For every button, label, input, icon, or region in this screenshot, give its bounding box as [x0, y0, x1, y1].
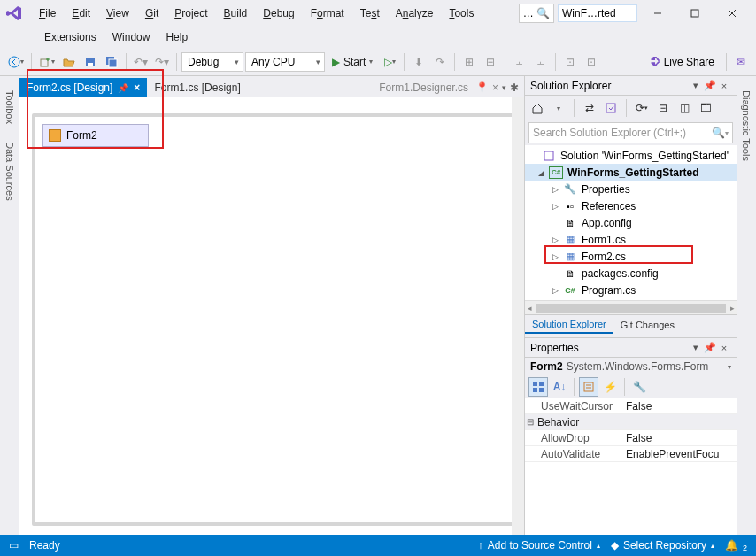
platform-combo[interactable]: Any CPU▾	[245, 52, 325, 72]
prop-categorized-icon[interactable]	[528, 377, 548, 397]
panel-pin-icon[interactable]: 📌	[703, 341, 717, 355]
save-all-button[interactable]	[102, 52, 121, 72]
menu-debug[interactable]: Debug	[256, 4, 301, 23]
menu-window[interactable]: Window	[105, 27, 158, 47]
prop-alpha-icon[interactable]: A↓	[550, 377, 569, 397]
status-window-icon[interactable]: ▭	[9, 539, 19, 552]
config-combo[interactable]: Debug▾	[181, 52, 243, 72]
tree-program[interactable]: ▷C#Program.cs	[525, 282, 737, 298]
panel-close-icon[interactable]: ×	[717, 341, 731, 355]
se-search[interactable]: Search Solution Explorer (Ctrl+;) 🔍▾	[528, 122, 733, 143]
feedback-button[interactable]: ✉	[731, 52, 751, 72]
tab-form2-design[interactable]: Form2.cs [Design]📌×	[19, 78, 147, 97]
form-window[interactable]: Form2	[42, 124, 149, 147]
tab-form1-design[interactable]: Form1.cs [Design]	[147, 78, 247, 97]
minimize-button[interactable]	[639, 1, 676, 26]
undo-button[interactable]: ↶▾	[131, 52, 150, 72]
se-dd[interactable]: ▾	[550, 99, 567, 117]
datasources-tab[interactable]: Data Sources	[3, 133, 17, 210]
panel-dropdown-icon[interactable]: ▾	[689, 79, 703, 93]
tree-references[interactable]: ▷▪▫References	[525, 197, 737, 214]
prop-cat-behavior[interactable]: ⊟Behavior	[525, 414, 737, 430]
tab-dropdown-icon[interactable]: ▾	[502, 83, 506, 92]
tab2-button[interactable]: ⊡	[582, 52, 601, 72]
menu-build[interactable]: Build	[217, 4, 255, 23]
se-properties-icon[interactable]: 🗔	[697, 99, 714, 117]
tree-form1[interactable]: ▷▦Form1.cs	[525, 231, 737, 248]
close-button[interactable]	[714, 1, 751, 26]
tree-appconfig[interactable]: 🗎App.config	[525, 214, 737, 231]
status-select-repo[interactable]: ◆Select Repository▴	[611, 539, 714, 552]
tab-gear-icon[interactable]: ✱	[510, 81, 519, 94]
menu-format[interactable]: Format	[304, 4, 351, 23]
start-button[interactable]: ▶Start▾	[327, 52, 378, 72]
config-icon: 🗎	[563, 217, 577, 229]
menu-analyze[interactable]: Analyze	[389, 4, 441, 23]
tab-close-icon[interactable]: ×	[492, 81, 498, 94]
se-refresh-icon[interactable]: ⟳▾	[633, 99, 651, 117]
back-button[interactable]: ▾	[5, 52, 27, 72]
menu-project[interactable]: Project	[167, 4, 214, 23]
cs-file-icon: C#	[563, 284, 577, 297]
menu-test[interactable]: Test	[353, 4, 387, 23]
bell-icon: 🔔	[725, 539, 738, 552]
se-pending-icon[interactable]	[602, 99, 620, 117]
step2-button[interactable]: ↷	[430, 52, 450, 72]
prop-allowdrop[interactable]: AllowDropFalse	[525, 430, 737, 446]
grid1-button[interactable]: ⊞	[459, 52, 479, 72]
grid2-button[interactable]: ⊟	[481, 52, 500, 72]
design-surface[interactable]: Form2	[32, 113, 519, 526]
menu-view[interactable]: View	[99, 4, 136, 23]
step-button[interactable]: ⬇	[409, 52, 428, 72]
tree-packages[interactable]: 🗎packages.config	[525, 265, 737, 282]
new-item-button[interactable]: ▾	[36, 52, 58, 72]
prop-wrench-icon[interactable]: 🔧	[629, 377, 649, 397]
tab-form1-designer-cs[interactable]: Form1.Designer.cs	[375, 78, 472, 97]
align1-button[interactable]: ⫠	[510, 52, 529, 72]
tree-solution-root[interactable]: Solution 'WinForms_GettingStarted'	[525, 147, 737, 164]
se-collapse-icon[interactable]: ⊟	[654, 99, 672, 117]
close-icon[interactable]: ×	[134, 81, 140, 94]
menu-git[interactable]: Git	[138, 4, 166, 23]
save-button[interactable]	[81, 52, 100, 72]
align2-button[interactable]: ⫠	[531, 52, 551, 72]
tree-form2[interactable]: ▷▦Form2.cs	[525, 248, 737, 265]
tree-hscroll[interactable]: ◂▸	[525, 300, 737, 314]
tab1-button[interactable]: ⊡	[560, 52, 580, 72]
diagnostic-tools-tab[interactable]: Diagnostic Tools	[739, 81, 753, 170]
maximize-button[interactable]	[676, 1, 714, 26]
liveshare-button[interactable]: ⮊ Live Share	[643, 52, 721, 72]
prop-autovalidate[interactable]: AutoValidateEnablePreventFocu	[525, 446, 737, 462]
toolbox-tab[interactable]: Toolbox	[3, 81, 17, 133]
prop-events-icon[interactable]: ⚡	[600, 377, 620, 397]
tree-project[interactable]: ◢C#WinForms_GettingStarted	[525, 164, 737, 181]
config-icon: 🗎	[563, 267, 577, 280]
se-showall-icon[interactable]: ◫	[675, 99, 693, 117]
status-notifications[interactable]: 🔔2	[725, 539, 747, 552]
status-add-source-control[interactable]: ↑Add to Source Control▴	[478, 539, 600, 552]
search-box[interactable]: … 🔍	[519, 4, 554, 23]
solution-title-chip[interactable]: WinF…rted	[558, 4, 637, 22]
bottomtab-git-changes[interactable]: Git Changes	[613, 317, 682, 333]
panel-dropdown-icon[interactable]: ▾	[689, 341, 703, 355]
prop-usewaitcursor[interactable]: UseWaitCursorFalse	[525, 398, 737, 414]
se-home-icon[interactable]	[528, 99, 546, 117]
open-button[interactable]	[59, 52, 79, 72]
menu-edit[interactable]: Edit	[65, 4, 97, 23]
prop-props-icon[interactable]	[579, 377, 598, 397]
bottomtab-solution-explorer[interactable]: Solution Explorer	[525, 316, 613, 334]
redo-button[interactable]: ↷▾	[152, 52, 172, 72]
pin-icon[interactable]: 📌	[118, 83, 128, 93]
tree-properties[interactable]: ▷🔧Properties	[525, 181, 737, 197]
menu-help[interactable]: Help	[158, 27, 195, 47]
se-sync-icon[interactable]: ⇄	[581, 99, 598, 117]
menu-extensions[interactable]: Extensions	[37, 27, 104, 47]
tab-preview-pin-icon[interactable]: 📍	[475, 81, 489, 94]
panel-pin-icon[interactable]: 📌	[703, 79, 717, 93]
menu-file[interactable]: File	[32, 4, 63, 23]
vertical-scrollbar[interactable]	[512, 97, 524, 535]
references-icon: ▪▫	[563, 200, 577, 212]
start-nodbg-button[interactable]: ▷▾	[380, 52, 399, 72]
panel-close-icon[interactable]: ×	[717, 79, 731, 93]
menu-tools[interactable]: Tools	[442, 4, 481, 23]
